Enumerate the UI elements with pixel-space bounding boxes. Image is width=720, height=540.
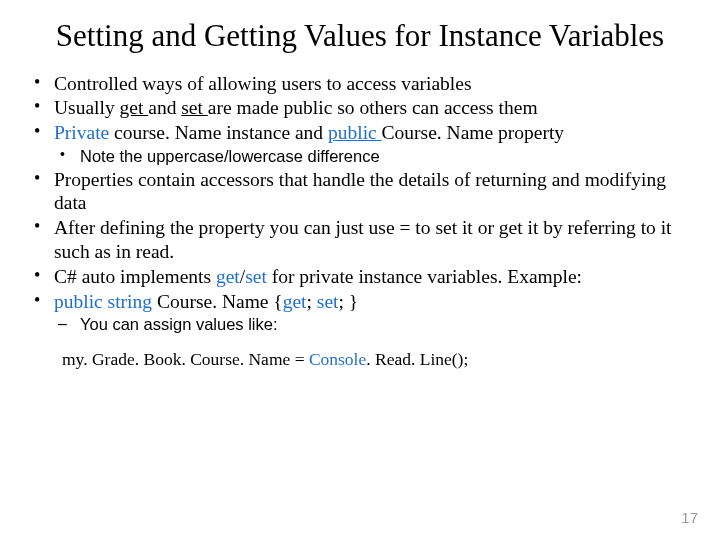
keyword: set [317,291,339,312]
code-text: . Read. Line(); [366,349,468,369]
list-item: Properties contain accessors that handle… [26,168,694,216]
list-item: C# auto implements get/set for private i… [26,265,694,289]
text: Course. Name property [382,122,565,143]
text: Controlled ways of allowing users to acc… [54,73,472,94]
text: Course. Name { [157,291,283,312]
text: ; } [339,291,359,312]
text: for private instance variables. Example: [272,266,582,287]
text: C# auto implements [54,266,216,287]
slide-title: Setting and Getting Values for Instance … [26,18,694,54]
text: are made public so others can access the… [208,97,538,118]
text: Usually [54,97,120,118]
keyword: get [216,266,240,287]
underlined-text: set [181,97,208,118]
keyword: get [283,291,307,312]
code-text: my. Grade. Book. Course. Name = [62,349,309,369]
list-item: Private course. Name instance and public… [26,121,694,166]
sub-list-item: You can assign values like: [54,314,694,335]
list-item: After defining the property you can just… [26,216,694,264]
sub-list-item: Note the uppercase/lowercase difference [54,146,694,167]
text: After defining the property you can just… [54,217,672,262]
text: Properties contain accessors that handle… [54,169,666,214]
text: You can assign values like: [80,315,278,333]
code-example: my. Grade. Book. Course. Name = Console.… [62,349,694,370]
underlined-text: get [120,97,149,118]
page-number: 17 [681,509,698,526]
text: ; [307,291,317,312]
text: Note the uppercase/lowercase difference [80,147,380,165]
keyword: set [245,266,272,287]
text: and [148,97,181,118]
list-item: public string Course. Name {get; set; } … [26,290,694,335]
bullet-list: Controlled ways of allowing users to acc… [26,72,694,335]
list-item: Controlled ways of allowing users to acc… [26,72,694,96]
code-keyword: Console [309,349,366,369]
keyword: Private [54,122,114,143]
keyword: public [328,122,382,143]
list-item: Usually get and set are made public so o… [26,96,694,120]
keyword: public string [54,291,157,312]
text: course. Name instance and [114,122,328,143]
